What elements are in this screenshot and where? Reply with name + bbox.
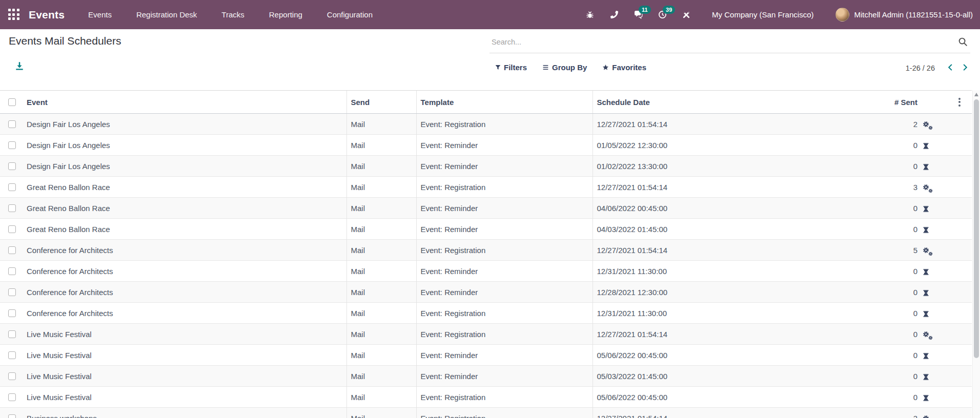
menu-item-reporting[interactable]: Reporting	[268, 7, 303, 22]
menu-item-tracks[interactable]: Tracks	[220, 7, 245, 22]
row-checkbox[interactable]	[8, 393, 16, 401]
app-window: Events Events Registration Desk Tracks R…	[0, 0, 980, 418]
search-input[interactable]	[489, 38, 958, 46]
cell-send: Mail	[346, 114, 416, 135]
phone-icon[interactable]	[608, 9, 620, 20]
scrollbar-thumb[interactable]	[974, 99, 979, 358]
filter-icon	[495, 65, 501, 70]
cell-template: Event: Registration	[416, 303, 593, 324]
download-icon	[15, 65, 24, 72]
row-checkbox[interactable]	[8, 267, 16, 275]
column-header-sent[interactable]: # Sent	[841, 91, 921, 114]
table-row[interactable]: Live Music Festival Mail Event: Reminder…	[0, 366, 972, 387]
cell-send: Mail	[346, 240, 416, 261]
row-checkbox[interactable]	[8, 204, 16, 212]
row-checkbox[interactable]	[8, 330, 16, 338]
chevron-left-icon[interactable]	[944, 62, 956, 74]
cell-sent: 3	[841, 177, 921, 198]
table-row[interactable]: Great Reno Ballon Race Mail Event: Remin…	[0, 198, 972, 219]
cell-event: Conference for Architects	[23, 282, 346, 303]
control-panel: Events Mail Schedulers	[0, 29, 980, 90]
cell-send: Mail	[346, 177, 416, 198]
bug-icon[interactable]	[584, 9, 596, 20]
menu-item-events[interactable]: Events	[87, 7, 113, 22]
row-checkbox[interactable]	[8, 372, 16, 380]
cell-sent: 0	[841, 135, 921, 156]
cell-event: Design Fair Los Angeles	[23, 114, 346, 135]
row-checkbox[interactable]	[8, 288, 16, 296]
table-row[interactable]: Conference for Architects Mail Event: Re…	[0, 303, 972, 324]
cell-event: Design Fair Los Angeles	[23, 135, 346, 156]
cell-schedule-date: 12/27/2021 01:54:14	[593, 240, 841, 261]
row-checkbox[interactable]	[8, 414, 16, 418]
chat-icon[interactable]: 11	[632, 9, 644, 20]
column-options-icon[interactable]	[955, 96, 964, 109]
company-switcher[interactable]: My Company (San Francisco)	[712, 10, 813, 19]
apps-grid-icon[interactable]	[7, 8, 21, 22]
column-header-schedule-date[interactable]: Schedule Date	[593, 91, 841, 114]
table-row[interactable]: Live Music Festival Mail Event: Reminder…	[0, 345, 972, 366]
cell-sent: 0	[841, 303, 921, 324]
cell-schedule-date: 12/31/2021 11:30:00	[593, 303, 841, 324]
app-brand[interactable]: Events	[29, 9, 65, 21]
chat-badge: 11	[639, 6, 651, 14]
column-header-event[interactable]: Event	[23, 91, 346, 114]
row-checkbox[interactable]	[8, 246, 16, 254]
cell-send: Mail	[346, 324, 416, 345]
cell-template: Event: Reminder	[416, 345, 593, 366]
row-checkbox[interactable]	[8, 183, 16, 191]
column-header-template[interactable]: Template	[416, 91, 593, 114]
group-by-icon	[542, 64, 549, 71]
gears-icon	[923, 247, 932, 255]
cell-send: Mail	[346, 219, 416, 240]
table-row[interactable]: Design Fair Los Angeles Mail Event: Remi…	[0, 135, 972, 156]
cell-template: Event: Reminder	[416, 135, 593, 156]
tools-icon[interactable]	[681, 9, 692, 20]
table-row[interactable]: Design Fair Los Angeles Mail Event: Remi…	[0, 156, 972, 177]
activity-clock-icon[interactable]: 39	[657, 9, 668, 20]
row-checkbox[interactable]	[8, 162, 16, 170]
cell-schedule-date: 04/06/2022 00:45:00	[593, 198, 841, 219]
top-navbar: Events Events Registration Desk Tracks R…	[0, 0, 980, 29]
search-icon[interactable]	[958, 37, 968, 47]
cell-schedule-date: 12/27/2021 01:54:14	[593, 324, 841, 345]
table-row[interactable]: Design Fair Los Angeles Mail Event: Regi…	[0, 114, 972, 135]
select-all-checkbox[interactable]	[8, 98, 16, 106]
cell-sent: 0	[841, 324, 921, 345]
group-by-button[interactable]: Group By	[542, 63, 587, 72]
row-checkbox[interactable]	[8, 225, 16, 233]
gears-icon	[923, 331, 932, 339]
table-row[interactable]: Great Reno Ballon Race Mail Event: Remin…	[0, 219, 972, 240]
scroll-up-arrow-icon[interactable]	[974, 93, 978, 96]
menu-item-registration-desk[interactable]: Registration Desk	[135, 7, 198, 22]
cell-event: Live Music Festival	[23, 366, 346, 387]
user-menu[interactable]: Mitchell Admin (11821551-15-0-all)	[835, 8, 973, 22]
table-row[interactable]: Business workshops Mail Event: Registrat…	[0, 408, 972, 418]
column-header-send[interactable]: Send	[346, 91, 416, 114]
table-row[interactable]: Great Reno Ballon Race Mail Event: Regis…	[0, 177, 972, 198]
hourglass-icon	[923, 308, 929, 317]
gears-icon	[923, 184, 932, 192]
export-button[interactable]	[14, 61, 25, 72]
table-row[interactable]: Conference for Architects Mail Event: Re…	[0, 261, 972, 282]
main-menu: Events Registration Desk Tracks Reportin…	[87, 7, 374, 22]
vertical-scrollbar[interactable]	[972, 90, 980, 418]
table-row[interactable]: Live Music Festival Mail Event: Registra…	[0, 387, 972, 408]
hourglass-icon	[923, 203, 929, 212]
row-checkbox[interactable]	[8, 120, 16, 128]
gears-icon	[923, 415, 932, 418]
cell-sent: 0	[841, 345, 921, 366]
menu-item-configuration[interactable]: Configuration	[326, 7, 374, 22]
cell-event: Live Music Festival	[23, 387, 346, 408]
row-checkbox[interactable]	[8, 351, 16, 359]
cell-template: Event: Registration	[416, 408, 593, 418]
table-row[interactable]: Live Music Festival Mail Event: Registra…	[0, 324, 972, 345]
table-row[interactable]: Conference for Architects Mail Event: Re…	[0, 282, 972, 303]
avatar	[835, 8, 849, 22]
row-checkbox[interactable]	[8, 309, 16, 317]
favorites-button[interactable]: Favorites	[602, 63, 646, 72]
row-checkbox[interactable]	[8, 141, 16, 149]
filters-button[interactable]: Filters	[495, 63, 527, 72]
chevron-right-icon[interactable]	[958, 62, 971, 74]
table-row[interactable]: Conference for Architects Mail Event: Re…	[0, 240, 972, 261]
